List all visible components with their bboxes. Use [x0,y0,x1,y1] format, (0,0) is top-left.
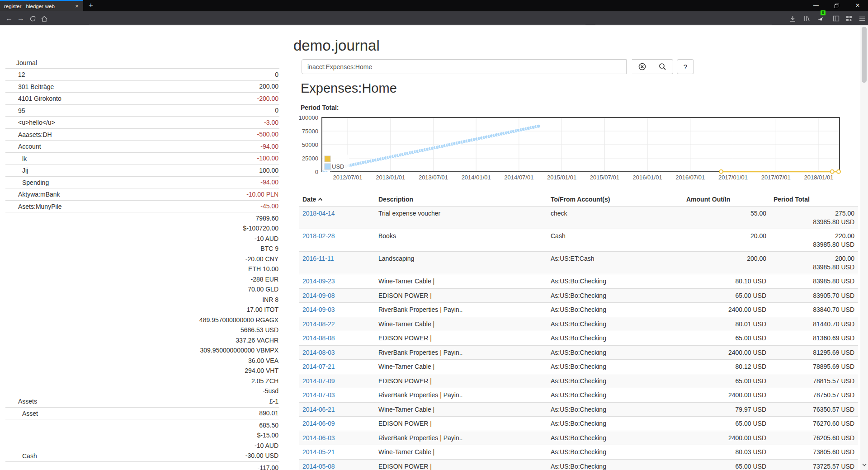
search-button[interactable] [652,59,673,74]
page-scrollbar[interactable] [860,25,868,470]
svg-text:2013/01/01: 2013/01/01 [376,174,405,181]
account-link[interactable]: Aktywa:mBank [5,190,246,199]
sidebar-toggle-button[interactable] [830,13,841,24]
date-link[interactable]: 2014-07-03 [302,391,335,399]
svg-text:50000: 50000 [302,141,318,148]
svg-text:100000: 100000 [299,114,318,121]
date-link[interactable]: 2014-07-09 [302,377,335,385]
account-link[interactable]: Aaasets:DH [5,130,257,140]
forward-button[interactable]: → [15,13,26,24]
register-description-cell: EDISON POWER | [375,288,547,303]
date-link[interactable]: 2014-08-22 [302,320,335,328]
clear-query-button[interactable] [632,59,653,74]
chart-title: Period Total: [301,104,339,111]
date-link[interactable]: 2014-05-08 [302,463,335,470]
register-account-cell: As:US:Bo:Checking [547,402,683,417]
account-link[interactable]: lk [5,154,257,164]
register-total-cell: 81360.69 USD [770,331,858,346]
register-amount-cell: 65.00 USD [683,459,770,470]
register-row: 2014-09-03RiverBank Properties | Payin..… [299,303,858,317]
sidebar-account-row: Assets7989.60$-100720.00-10 AUDBTC 9-20.… [5,212,279,407]
date-link[interactable]: 2018-02-28 [302,232,335,240]
home-button[interactable] [39,13,50,24]
new-tab-button[interactable]: + [85,0,97,11]
date-link[interactable]: 2014-09-23 [302,277,335,285]
register-description-cell: RiverBank Properties | Payin.. [375,431,547,445]
register-account-cell: As:US:Bo:Checking [547,388,683,403]
reload-button[interactable] [27,13,38,24]
account-link[interactable]: <u>hello</u> [5,118,264,127]
account-link[interactable]: Spending [5,178,260,188]
date-link[interactable]: 2014-06-09 [302,420,335,427]
hamburger-icon [859,16,866,22]
register-account-cell: As:US:Bo:Checking [547,303,683,317]
window-close-button[interactable]: ✕ [847,0,868,11]
date-link[interactable]: 2014-09-03 [302,306,335,313]
account-link[interactable]: 95 [5,106,275,116]
date-link[interactable]: 2014-06-21 [302,406,335,413]
sidebar-item-journal[interactable]: Journal [5,58,278,68]
account-link[interactable]: Assets [5,397,199,406]
account-link[interactable]: Cash [5,451,245,461]
date-link[interactable]: 2014-05-21 [302,448,335,456]
clear-icon [638,63,646,70]
extension-button[interactable]: 0 [815,13,826,24]
window-restore-button[interactable] [826,0,847,11]
column-header-date[interactable]: Date [299,193,375,207]
sort-ascending-icon [318,195,323,202]
register-date-cell: 2018-02-28 [299,229,375,252]
sidebar-account-row: 4101 Girokonto-200.00 [5,92,279,104]
svg-text:2012/07/01: 2012/07/01 [333,174,362,181]
date-link[interactable]: 2018-04-14 [302,210,335,217]
account-link[interactable]: 4101 Girokonto [5,94,257,103]
register-amount-cell: 2400.00 USD [683,431,770,445]
account-balance: 7989.60$-100720.00-10 AUDBTC 9-20.00 CNY… [199,213,278,407]
register-total-cell: 83840.70 USD [770,303,858,317]
register-row: 2014-06-03RiverBank Properties | Payin..… [299,431,858,445]
menu-button[interactable] [857,13,868,24]
date-link[interactable]: 2014-08-03 [302,349,335,356]
query-input[interactable] [302,59,627,74]
scrollbar-thumb[interactable] [862,27,867,83]
account-link[interactable]: Asset [5,409,259,418]
account-balance: 890.01 [259,408,278,418]
register-total-cell: 76205.60 USD [770,431,858,445]
register-total-cell: 220.0083985.80 USD [770,229,858,252]
register-total-cell: 83905.70 USD [770,288,858,303]
register-account-cell: As:US:Bo:Checking [547,331,683,346]
register-row: 2018-04-14Trial expense vouchercheck55.0… [299,207,858,229]
magnifier-icon [659,63,666,70]
register-description-cell: EDISON POWER | [375,459,547,470]
register-date-cell: 2014-07-21 [299,360,375,374]
date-link[interactable]: 2014-07-21 [302,363,335,370]
sidebar-account-row: Spending-94.00 [5,176,279,188]
library-button[interactable] [801,13,812,24]
svg-text:2015/07/01: 2015/07/01 [590,174,619,181]
account-link[interactable]: 12 [5,70,275,80]
account-balance: -117.00 [258,463,278,470]
date-link[interactable]: 2016-11-11 [302,255,334,262]
help-button[interactable]: ? [677,59,694,74]
addons-grid-button[interactable] [844,13,854,24]
account-link[interactable]: Jij [5,166,259,175]
svg-text:25000: 25000 [302,155,318,162]
register-description-cell: RiverBank Properties | Payin.. [375,303,547,317]
register-account-cell: As:US:Bo:Checking [547,445,683,460]
period-total-chart[interactable]: 2012/07/012013/01/012013/07/012014/01/01… [294,113,854,185]
account-link[interactable]: Account [5,142,260,151]
sidebar-account-row: Aaasets:DH-500.00 [5,128,279,141]
scroll-down-icon[interactable] [860,460,868,468]
window-minimize-button[interactable]: — [806,0,826,11]
sidebar-accounts: Journal 120301 Beiträge200.004101 Giroko… [5,57,279,470]
browser-tab[interactable]: register - hledger-web × [0,0,83,11]
downloads-button[interactable] [787,13,798,24]
date-link[interactable]: 2014-08-08 [302,334,335,342]
back-button[interactable]: ← [4,13,14,24]
register-date-cell: 2014-07-03 [299,388,375,403]
tab-close-icon[interactable]: × [73,3,80,10]
date-link[interactable]: 2014-06-03 [302,434,335,442]
account-link[interactable]: Asets:MunyPile [5,202,260,212]
date-link[interactable]: 2014-09-08 [302,292,335,299]
account-link[interactable]: 301 Beiträge [5,82,259,92]
register-description-cell: EDISON POWER | [375,331,547,346]
